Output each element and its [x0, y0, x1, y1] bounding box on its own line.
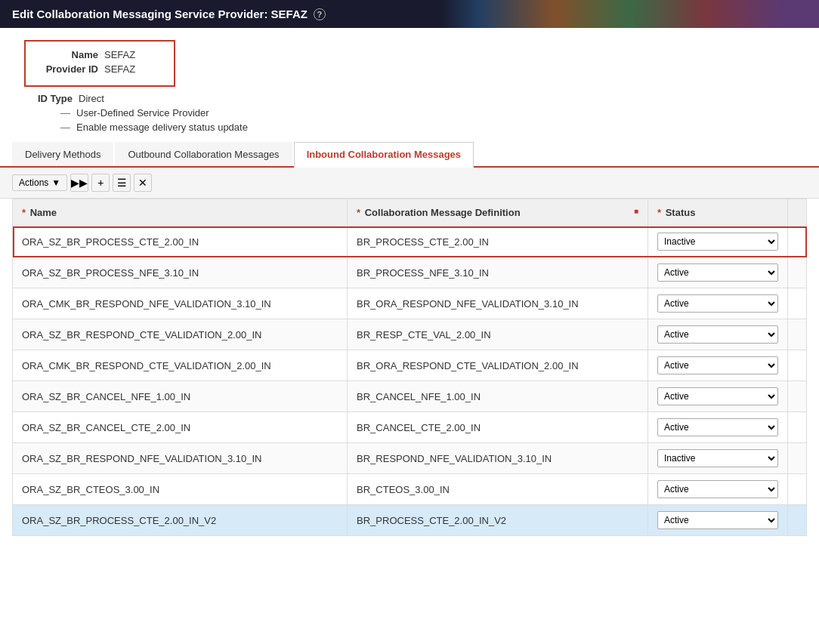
cell-definition: BR_PROCESS_CTE_2.00_IN_V2 — [348, 505, 648, 536]
cell-status[interactable]: ActiveInactive — [648, 474, 788, 505]
cell-extra — [788, 288, 807, 319]
cell-status[interactable]: ActiveInactive — [648, 319, 788, 350]
tab-delivery-methods[interactable]: Delivery Methods — [12, 142, 113, 166]
cell-extra — [788, 474, 807, 505]
provider-form: Name SEFAZ Provider ID SEFAZ — [24, 40, 175, 87]
cell-name: ORA_SZ_BR_CANCEL_CTE_2.00_IN — [13, 412, 348, 443]
provider-id-value: SEFAZ — [104, 63, 135, 75]
cell-name: ORA_SZ_BR_CTEOS_3.00_IN — [13, 474, 348, 505]
cell-definition: BR_ORA_RESPOND_CTE_VALIDATION_2.00_IN — [348, 350, 648, 381]
user-defined-text: User-Defined Service Provider — [76, 107, 209, 119]
status-select[interactable]: ActiveInactive — [657, 263, 778, 282]
toolbar: Actions ▼ ▶▶ + ☰ ✕ — [0, 168, 819, 199]
actions-chevron-icon: ▼ — [51, 177, 60, 188]
cell-name: ORA_CMK_BR_RESPOND_NFE_VALIDATION_3.10_I… — [13, 288, 348, 319]
status-select[interactable]: ActiveInactive — [657, 294, 778, 313]
cell-name: ORA_SZ_BR_PROCESS_CTE_2.00_IN_V2 — [13, 505, 348, 536]
tabs-bar: Delivery Methods Outbound Collaboration … — [0, 142, 819, 168]
cell-name: ORA_SZ_BR_PROCESS_NFE_3.10_IN — [13, 257, 348, 288]
cell-extra — [788, 412, 807, 443]
cell-definition: BR_RESP_CTE_VAL_2.00_IN — [348, 319, 648, 350]
cell-definition: BR_RESPOND_NFE_VALIDATION_3.10_IN — [348, 443, 648, 474]
cell-name: ORA_SZ_BR_PROCESS_CTE_2.00_IN — [13, 226, 348, 257]
cell-definition: BR_CANCEL_CTE_2.00_IN — [348, 412, 648, 443]
page-header: Edit Collaboration Messaging Service Pro… — [0, 0, 819, 28]
col-header-name: * Name — [13, 199, 348, 226]
table-row[interactable]: ORA_CMK_BR_RESPOND_CTE_VALIDATION_2.00_I… — [13, 350, 807, 381]
table-row[interactable]: ORA_SZ_BR_PROCESS_NFE_3.10_INBR_PROCESS_… — [13, 257, 807, 288]
page-title: Edit Collaboration Messaging Service Pro… — [12, 8, 308, 20]
table-header-row: * Name * Collaboration Message Definitio… — [13, 199, 807, 226]
provider-id-row: Provider ID SEFAZ — [38, 63, 162, 75]
col-header-definition: * Collaboration Message Definition ■ — [348, 199, 648, 226]
forward-icon: ▶▶ — [71, 177, 88, 189]
status-select[interactable]: ActiveInactive — [657, 449, 778, 467]
table-row[interactable]: ORA_SZ_BR_PROCESS_CTE_2.00_IN_V2BR_PROCE… — [13, 505, 807, 536]
cell-extra — [788, 443, 807, 474]
status-select[interactable]: ActiveInactive — [657, 480, 778, 498]
col-header-extra — [788, 199, 807, 226]
cell-status[interactable]: ActiveInactive — [648, 381, 788, 412]
cell-name: ORA_SZ_BR_RESPOND_CTE_VALIDATION_2.00_IN — [13, 319, 348, 350]
add-button[interactable]: + — [91, 174, 110, 192]
cell-extra — [788, 319, 807, 350]
cell-name: ORA_CMK_BR_RESPOND_CTE_VALIDATION_2.00_I… — [13, 350, 348, 381]
actions-label: Actions — [19, 177, 48, 188]
inbound-messages-table: * Name * Collaboration Message Definitio… — [12, 199, 807, 536]
cell-status[interactable]: ActiveInactive — [648, 226, 788, 257]
cell-definition: BR_PROCESS_CTE_2.00_IN — [348, 226, 648, 257]
cell-status[interactable]: ActiveInactive — [648, 288, 788, 319]
table-row[interactable]: ORA_CMK_BR_RESPOND_NFE_VALIDATION_3.10_I… — [13, 288, 807, 319]
table-row[interactable]: ORA_SZ_BR_CANCEL_NFE_1.00_INBR_CANCEL_NF… — [13, 381, 807, 412]
cell-name: ORA_SZ_BR_RESPOND_NFE_VALIDATION_3.10_IN — [13, 443, 348, 474]
table-row[interactable]: ORA_SZ_BR_RESPOND_NFE_VALIDATION_3.10_IN… — [13, 443, 807, 474]
cell-definition: BR_PROCESS_NFE_3.10_IN — [348, 257, 648, 288]
forward-button[interactable]: ▶▶ — [70, 174, 88, 192]
status-select[interactable]: ActiveInactive — [657, 511, 778, 529]
cell-definition: BR_CTEOS_3.00_IN — [348, 474, 648, 505]
enable-dash: — — [60, 122, 70, 133]
table-row[interactable]: ORA_SZ_BR_CTEOS_3.00_INBR_CTEOS_3.00_INA… — [13, 474, 807, 505]
status-select[interactable]: ActiveInactive — [657, 418, 778, 436]
status-select[interactable]: ActiveInactive — [657, 387, 778, 405]
cell-extra — [788, 505, 807, 536]
cell-status[interactable]: ActiveInactive — [648, 443, 788, 474]
provider-id-label: Provider ID — [38, 63, 98, 75]
cell-definition: BR_CANCEL_NFE_1.00_IN — [348, 381, 648, 412]
list-button[interactable]: ☰ — [113, 174, 131, 192]
id-type-row: ID Type Direct — [0, 93, 819, 104]
id-type-label: ID Type — [12, 93, 73, 104]
col-header-status: * Status — [648, 199, 788, 226]
table-row[interactable]: ORA_SZ_BR_PROCESS_CTE_2.00_INBR_PROCESS_… — [13, 226, 807, 257]
cell-extra — [788, 350, 807, 381]
cell-extra — [788, 257, 807, 288]
col-indicator: ■ — [634, 207, 638, 215]
status-select[interactable]: ActiveInactive — [657, 233, 778, 251]
cell-status[interactable]: ActiveInactive — [648, 505, 788, 536]
name-label: Name — [38, 49, 98, 60]
table-row[interactable]: ORA_SZ_BR_CANCEL_CTE_2.00_INBR_CANCEL_CT… — [13, 412, 807, 443]
help-icon[interactable]: ? — [314, 8, 326, 20]
user-defined-row: — User-Defined Service Provider — [0, 107, 819, 119]
enable-text: Enable message delivery status update — [76, 122, 248, 133]
enable-row: — Enable message delivery status update — [0, 122, 819, 133]
close-button[interactable]: ✕ — [134, 174, 152, 192]
cell-name: ORA_SZ_BR_CANCEL_NFE_1.00_IN — [13, 381, 348, 412]
cell-status[interactable]: ActiveInactive — [648, 350, 788, 381]
cell-status[interactable]: ActiveInactive — [648, 257, 788, 288]
add-icon: + — [97, 177, 104, 189]
table-row[interactable]: ORA_SZ_BR_RESPOND_CTE_VALIDATION_2.00_IN… — [13, 319, 807, 350]
table-container: * Name * Collaboration Message Definitio… — [0, 199, 819, 548]
status-select[interactable]: ActiveInactive — [657, 356, 778, 374]
tab-inbound[interactable]: Inbound Collaboration Messages — [294, 142, 474, 168]
name-value: SEFAZ — [104, 49, 135, 60]
actions-button[interactable]: Actions ▼ — [12, 174, 67, 191]
status-select[interactable]: ActiveInactive — [657, 325, 778, 344]
cell-status[interactable]: ActiveInactive — [648, 412, 788, 443]
cell-definition: BR_ORA_RESPOND_NFE_VALIDATION_3.10_IN — [348, 288, 648, 319]
name-row: Name SEFAZ — [38, 49, 162, 60]
tab-outbound[interactable]: Outbound Collaboration Messages — [115, 142, 292, 166]
user-defined-dash: — — [60, 107, 70, 119]
cell-extra — [788, 381, 807, 412]
cell-extra — [788, 226, 807, 257]
